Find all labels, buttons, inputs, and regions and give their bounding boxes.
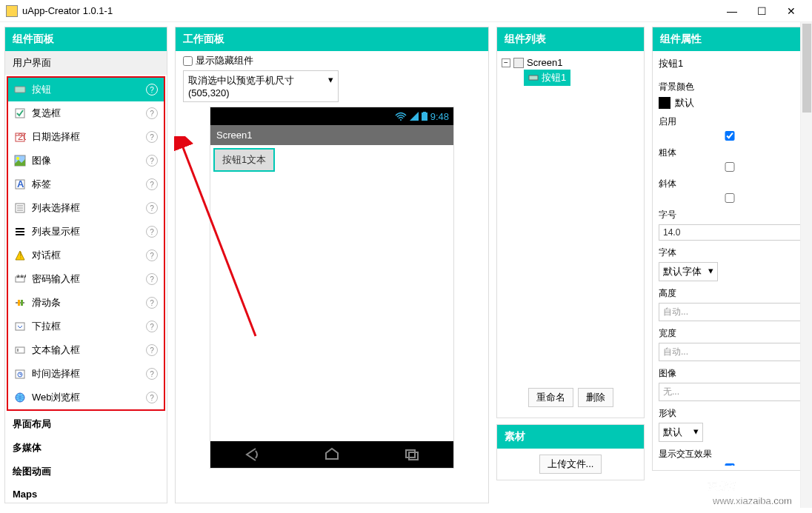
nav-home-icon[interactable] [323,447,341,462]
prop-shape-value: 默认 [663,426,682,439]
listpicker-icon [14,202,26,214]
help-icon[interactable]: ? [146,321,158,332]
dropdown-arrow-icon: ▾ [328,74,333,98]
prop-fontsize-input[interactable]: 14.0 [659,224,801,241]
palette-item-label: Web浏览框 [32,391,140,404]
preview-size-dropdown[interactable]: 取消选中以预览手机尺寸 (505,320) ▾ [183,70,339,102]
palette-item-webviewer[interactable]: Web浏览框 ? [8,386,164,409]
help-icon[interactable]: ? [146,273,158,285]
show-hidden-checkbox[interactable] [183,56,193,66]
label-icon: A [14,178,26,190]
help-icon[interactable]: ? [146,155,158,167]
prop-bgcolor-value[interactable]: 默认 [659,96,801,110]
palette-item-timepicker[interactable]: 时间选择框 ? [8,362,164,386]
palette-item-label: 对话框 [32,249,140,262]
phone-screen-body[interactable]: 按钮1文本 [210,145,453,441]
close-button[interactable]: ✕ [776,5,806,17]
nav-recent-icon[interactable] [404,447,422,462]
image-icon [14,155,26,167]
work-body: 显示隐藏组件 取消选中以预览手机尺寸 (505,320) ▾ [176,51,488,503]
palette-item-listpicker[interactable]: 列表选择框 ? [8,196,164,220]
prop-image-input[interactable]: 无... [659,383,801,401]
prop-bgcolor-label: 背景颜色 [659,81,801,93]
svg-rect-20 [18,300,20,306]
palette-item-label: 滑动条 [32,296,140,309]
show-hidden-row: 显示隐藏组件 [183,54,481,67]
palette-item-spinner[interactable]: 下拉框 ? [8,315,164,338]
prop-bold-checkbox[interactable] [659,162,801,172]
prop-italic-checkbox[interactable] [659,193,801,203]
vertical-scrollbar[interactable] [800,22,812,508]
upload-button[interactable]: 上传文件... [539,455,602,474]
phone-preview: 9:48 Screen1 按钮1文本 [210,107,454,469]
tree-collapse-icon[interactable]: − [502,58,510,67]
tree-body: − Screen1 按钮1 重命名 删除 [497,51,644,418]
palette-component-list: 按钮 ? 复选框 ? 20 日期选择框 ? 图像 ? [7,76,165,411]
app-icon [6,5,18,17]
prop-height-input[interactable]: 自动... [659,303,801,321]
help-icon[interactable]: ? [146,368,158,380]
palette-item-password[interactable]: *** 密码输入框 ? [8,267,164,291]
dropdown-arrow-icon: ▾ [708,265,713,278]
placed-button-1[interactable]: 按钮1文本 [213,148,275,172]
work-header: 工作面板 [176,27,488,51]
help-icon[interactable]: ? [146,344,158,356]
maximize-button[interactable]: ☐ [747,5,776,17]
work-column: 工作面板 显示隐藏组件 取消选中以预览手机尺寸 (505,320) ▾ [175,27,489,503]
palette-panel: 组件面板 用户界面 按钮 ? 复选框 ? 20 日期选择框 ? [4,27,167,503]
button-icon [528,73,539,83]
palette-category-media[interactable]: 多媒体 [5,436,167,460]
signal-icon [410,112,419,121]
palette-item-label: 时间选择框 [32,367,140,380]
help-icon[interactable]: ? [146,249,158,261]
palette-item-listview[interactable]: 列表显示框 ? [8,220,164,244]
prop-enable-checkbox[interactable] [659,131,801,141]
svg-rect-21 [21,300,23,306]
svg-text:A: A [17,178,24,190]
palette-item-checkbox[interactable]: 复选框 ? [8,101,164,125]
rename-button[interactable]: 重命名 [528,388,573,407]
assets-panel: 素材 上传文件... [496,424,645,480]
tree-root-label: Screen1 [527,57,562,68]
palette-item-label[interactable]: A 标签 ? [8,172,164,196]
prop-width-input[interactable]: 自动... [659,343,801,361]
minimize-button[interactable]: — [717,5,747,17]
prop-font-select[interactable]: 默认字体 ▾ [659,262,718,281]
help-icon[interactable]: ? [146,131,158,143]
timepicker-icon [14,368,26,380]
palette-item-textbox[interactable]: 文本输入框 ? [8,338,164,362]
palette-category-maps[interactable]: Maps [5,483,167,505]
delete-button[interactable]: 删除 [578,388,613,407]
help-icon[interactable]: ? [146,202,158,214]
tree-root-row[interactable]: − Screen1 [502,56,639,70]
palette-item-label: 按钮 [32,83,140,96]
palette-item-datepicker[interactable]: 20 日期选择框 ? [8,125,164,149]
assets-header: 素材 [497,425,644,449]
help-icon[interactable]: ? [146,178,158,190]
scrollbar-thumb[interactable] [802,24,811,113]
prop-image-label: 图像 [659,367,801,380]
prop-italic-label: 斜体 [659,178,801,190]
palette-item-button[interactable]: 按钮 ? [8,78,164,101]
help-icon[interactable]: ? [146,84,158,95]
help-icon[interactable]: ? [146,297,158,309]
prop-feedback-checkbox[interactable] [659,463,801,466]
battery-icon [422,112,427,121]
palette-category-layout[interactable]: 界面布局 [5,412,167,436]
prop-shape-label: 形状 [659,407,801,420]
nav-back-icon[interactable] [242,447,260,462]
palette-item-label: 下拉框 [32,320,140,333]
properties-body: 按钮1 背景颜色 默认 启用 粗体 斜体 字号 14.0 字体 默认字体 ▾ [653,51,807,466]
palette-category-drawing[interactable]: 绘图动画 [5,460,167,483]
tree-child-row[interactable]: 按钮1 [524,70,639,86]
help-icon[interactable]: ? [146,226,158,238]
prop-shape-select[interactable]: 默认 ▾ [659,423,703,442]
palette-category-ui[interactable]: 用户界面 [5,51,167,75]
palette-item-slider[interactable]: 滑动条 ? [8,291,164,315]
help-icon[interactable]: ? [146,392,158,403]
properties-panel: 组件属性 按钮1 背景颜色 默认 启用 粗体 斜体 字号 14.0 字体 默 [652,27,808,471]
svg-rect-36 [529,76,538,80]
palette-item-notifier[interactable]: ! 对话框 ? [8,244,164,267]
help-icon[interactable]: ? [146,107,158,119]
palette-item-image[interactable]: 图像 ? [8,149,164,172]
